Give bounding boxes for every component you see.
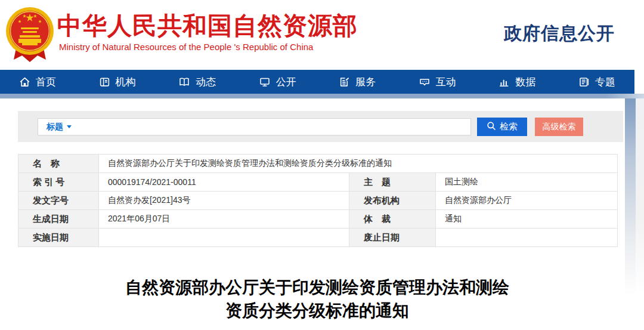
nav-item-label: 首页 xyxy=(36,75,56,89)
disclosure-icon xyxy=(259,76,271,88)
nav-item-home[interactable]: 首页 xyxy=(19,75,56,89)
search-field-selector[interactable]: 标题 xyxy=(38,122,72,132)
content-right-shadow xyxy=(625,98,636,295)
table-row: 生成日期 2021年06月07日 体 裁 通知 xyxy=(18,210,618,229)
content-right-gutter xyxy=(636,98,644,295)
nav-item-service[interactable]: 服务 xyxy=(339,75,376,89)
nav-item-label: 服务 xyxy=(355,75,376,89)
national-emblem-icon xyxy=(5,5,55,63)
topics-icon xyxy=(578,76,590,88)
meta-value-doc-number: 自然资办发[2021]43号 xyxy=(99,192,349,210)
site-title-english: Ministry of Natural Resources of the Peo… xyxy=(59,42,313,52)
meta-value-created-date: 2021年06月07日 xyxy=(99,210,349,229)
page: 中华人民共和国自然资源部 Ministry of Natural Resourc… xyxy=(0,0,644,330)
meta-label-doc-number: 发文字号 xyxy=(18,192,99,210)
nav-item-data[interactable]: 数据 xyxy=(499,75,535,89)
search-field-label: 标题 xyxy=(47,122,63,132)
main-navigation: 首页 机构 动态 xyxy=(0,70,634,94)
gov-info-disclosure-title[interactable]: 政府信息公开 xyxy=(504,21,615,46)
table-row: 实施日期 废止日期 xyxy=(18,229,618,247)
search-panel: 标题 检索 高级检索 xyxy=(18,111,623,142)
nav-bottom-strip xyxy=(0,94,644,98)
search-box: 标题 xyxy=(38,118,471,135)
nav-item-label: 数据 xyxy=(515,75,535,89)
search-button[interactable]: 检索 xyxy=(477,118,527,136)
home-icon xyxy=(19,76,30,88)
document-title: 自然资源部办公厅关于印发测绘资质管理办法和测绘 资质分类分级标准的通知 xyxy=(0,276,634,322)
meta-label-effective-date: 实施日期 xyxy=(18,229,99,247)
document-title-line1: 自然资源部办公厅关于印发测绘资质管理办法和测绘 xyxy=(0,276,634,299)
meta-label-genre: 体 裁 xyxy=(349,210,436,229)
meta-value-repeal-date xyxy=(436,229,618,247)
nav-item-interaction[interactable]: 互动 xyxy=(419,75,456,89)
meta-label-created-date: 生成日期 xyxy=(18,210,99,229)
nav-item-label: 公开 xyxy=(276,75,296,89)
national-emblem-logo[interactable] xyxy=(5,5,55,63)
advanced-search-button[interactable]: 高级检索 xyxy=(535,118,583,136)
search-input[interactable] xyxy=(72,119,470,135)
meta-label-index-number: 索 引 号 xyxy=(18,173,99,192)
nav-item-topics[interactable]: 专题 xyxy=(578,75,615,89)
site-header: 中华人民共和国自然资源部 Ministry of Natural Resourc… xyxy=(0,0,644,70)
meta-value-issuing-agency: 自然资源部办公厅 xyxy=(436,192,618,210)
meta-value-genre: 通知 xyxy=(436,210,618,229)
nav-item-news[interactable]: 动态 xyxy=(178,75,216,89)
advanced-search-label: 高级检索 xyxy=(543,122,576,132)
meta-value-effective-date xyxy=(99,229,349,247)
nav-item-label: 机构 xyxy=(116,75,136,89)
nav-item-label: 互动 xyxy=(436,75,456,89)
nav-item-label: 动态 xyxy=(196,75,216,89)
meta-value-name: 自然资源部办公厅关于印发测绘资质管理办法和测绘资质分类分级标准的通知 xyxy=(99,155,618,173)
nav-item-label: 专题 xyxy=(595,75,615,89)
document-title-line2: 资质分类分级标准的通知 xyxy=(0,299,634,322)
meta-label-issuing-agency: 发布机构 xyxy=(349,192,436,210)
nav-item-organization[interactable]: 机构 xyxy=(99,75,136,89)
table-row: 发文字号 自然资办发[2021]43号 发布机构 自然资源部办公厅 xyxy=(18,192,618,210)
dropdown-caret-icon xyxy=(67,125,72,128)
interaction-icon xyxy=(419,76,431,88)
meta-label-repeal-date: 废止日期 xyxy=(349,229,436,247)
search-button-label: 检索 xyxy=(500,121,518,132)
meta-label-subject: 主 题 xyxy=(349,173,436,192)
meta-value-subject: 国土测绘 xyxy=(436,173,618,192)
table-row: 名 称 自然资源部办公厅关于印发测绘资质管理办法和测绘资质分类分级标准的通知 xyxy=(18,155,618,173)
news-icon xyxy=(178,76,190,88)
meta-label-name: 名 称 xyxy=(18,155,99,173)
nav-item-disclosure[interactable]: 公开 xyxy=(259,75,296,89)
meta-value-index-number: 000019174/2021-00011 xyxy=(99,173,349,192)
service-icon xyxy=(339,76,350,88)
site-title: 中华人民共和国自然资源部 xyxy=(57,10,358,42)
organization-icon xyxy=(99,76,110,88)
document-metadata-table: 名 称 自然资源部办公厅关于印发测绘资质管理办法和测绘资质分类分级标准的通知 索… xyxy=(18,154,618,247)
data-icon xyxy=(499,76,510,88)
magnifier-icon xyxy=(487,121,496,132)
table-row: 索 引 号 000019174/2021-00011 主 题 国土测绘 xyxy=(18,173,618,192)
